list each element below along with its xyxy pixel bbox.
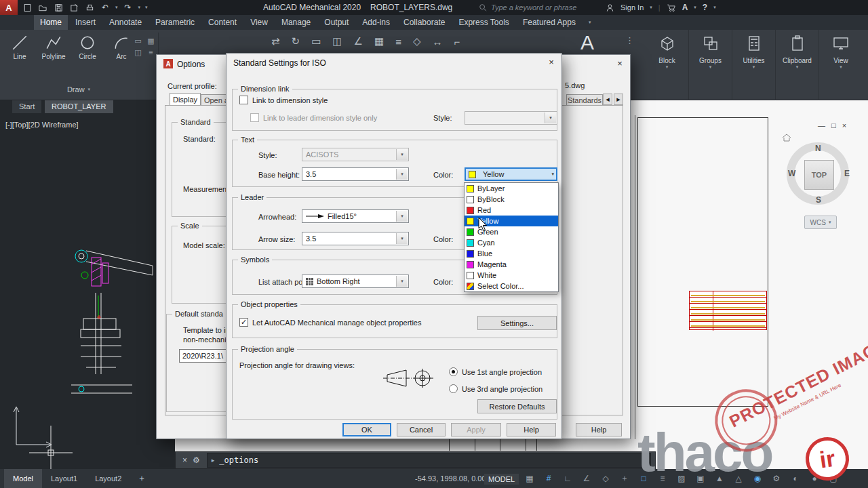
arrow-size-combo[interactable]: 3.5 ▾ bbox=[302, 232, 409, 245]
help-button[interactable]: Help bbox=[507, 423, 556, 436]
cancel-button[interactable]: Cancel bbox=[397, 423, 446, 436]
dim-style-combo[interactable]: ▾ bbox=[465, 111, 557, 125]
circle-tool-button[interactable]: Circle bbox=[72, 34, 103, 60]
block-panel[interactable]: Block ▾ bbox=[646, 30, 689, 100]
color-option-blue[interactable]: Blue bbox=[465, 248, 558, 259]
color-option-red[interactable]: Red bbox=[465, 205, 558, 216]
help-caret-icon[interactable]: ▾ bbox=[713, 5, 716, 10]
ribbon-options-caret-icon[interactable]: ▾ bbox=[589, 20, 591, 25]
stretch-icon[interactable]: ↔ bbox=[432, 36, 442, 47]
offset-icon[interactable]: ◫ bbox=[332, 35, 342, 47]
layout1-tab[interactable]: Layout1 bbox=[42, 469, 86, 488]
ribbon-tab-view[interactable]: View bbox=[244, 15, 274, 30]
groups-panel[interactable]: Groups ▾ bbox=[689, 30, 732, 100]
ribbon-tab-insert[interactable]: Insert bbox=[69, 15, 102, 30]
color-option-magenta[interactable]: Magenta bbox=[465, 259, 558, 270]
ribbon-tab-express-tools[interactable]: Express Tools bbox=[452, 15, 515, 30]
snap-mode-icon[interactable]: ▦ bbox=[524, 474, 536, 483]
utilities-panel[interactable]: Utilities ▾ bbox=[732, 30, 776, 100]
text-color-combo[interactable]: Yellow ▾ bbox=[465, 167, 557, 181]
autoscale-icon[interactable]: △ bbox=[732, 474, 745, 483]
grid-icon[interactable]: # bbox=[542, 474, 555, 483]
trim-icon[interactable]: ⌐ bbox=[454, 36, 460, 47]
ribbon-tab-collaborate[interactable]: Collaborate bbox=[397, 15, 451, 30]
annotation-monitor-icon[interactable]: ◐ bbox=[789, 474, 802, 483]
manage-object-properties-checkbox[interactable]: ✓ bbox=[239, 318, 248, 327]
layout2-tab[interactable]: Layout2 bbox=[86, 469, 130, 488]
color-option-select-color[interactable]: Select Color... bbox=[465, 281, 558, 291]
first-angle-radio[interactable] bbox=[449, 367, 458, 376]
plot-icon[interactable] bbox=[84, 2, 95, 13]
app-store-icon[interactable]: A bbox=[682, 3, 688, 12]
save-icon[interactable] bbox=[53, 2, 64, 13]
view-panel[interactable]: View ▾ bbox=[819, 30, 863, 100]
wcs-dropdown[interactable]: WCS ▾ bbox=[804, 216, 837, 229]
hatch-tool-icon[interactable]: ▦ bbox=[146, 37, 156, 45]
command-close-icon[interactable]: × bbox=[182, 455, 187, 465]
selection-cycling-icon[interactable]: ▣ bbox=[694, 474, 707, 483]
model-tab[interactable]: Model bbox=[4, 469, 42, 488]
autocad-logo[interactable]: A bbox=[0, 0, 18, 15]
app-store-caret-icon[interactable]: ▾ bbox=[694, 5, 696, 10]
panel-overflow-icon[interactable]: ⋮ bbox=[625, 35, 634, 45]
link-dimension-style-checkbox[interactable] bbox=[239, 96, 248, 104]
ribbon-tab-manage[interactable]: Manage bbox=[275, 15, 317, 30]
rectangle-tool-icon[interactable]: ▭ bbox=[133, 37, 143, 45]
ribbon-tab-featured-apps[interactable]: Featured Apps bbox=[517, 15, 582, 30]
minimize-icon[interactable]: — bbox=[818, 121, 825, 129]
layer-list-icon[interactable]: ≡ bbox=[395, 36, 401, 47]
settings-button[interactable]: Settings... bbox=[477, 316, 557, 330]
measure-icon[interactable]: ◇ bbox=[413, 35, 421, 47]
arrowhead-combo[interactable]: Filled15° ▾ bbox=[302, 209, 409, 223]
options-tab-display[interactable]: Display bbox=[170, 93, 201, 106]
isolate-objects-icon[interactable]: ● bbox=[808, 474, 821, 483]
save-as-icon[interactable] bbox=[68, 2, 79, 13]
ok-button[interactable]: OK bbox=[342, 423, 391, 436]
text-tool-button[interactable]: A bbox=[580, 31, 594, 54]
object-snap-icon[interactable]: □ bbox=[637, 474, 650, 483]
color-option-byblock[interactable]: ByBlock bbox=[465, 194, 558, 205]
viewcube-west[interactable]: W bbox=[788, 169, 795, 178]
lineweight-icon[interactable]: ≡ bbox=[656, 474, 669, 483]
sign-in-button[interactable]: Sign In bbox=[620, 3, 644, 12]
array-icon[interactable]: ▦ bbox=[374, 35, 384, 47]
color-option-bylayer[interactable]: ByLayer bbox=[465, 183, 558, 194]
viewport-controls-label[interactable]: [-][Top][2D Wireframe] bbox=[5, 121, 79, 129]
options-close-icon[interactable]: × bbox=[612, 58, 627, 70]
clipboard-panel[interactable]: Clipboard ▾ bbox=[776, 30, 819, 100]
file-tab-document[interactable]: ROBOT_LAYER bbox=[45, 100, 113, 113]
undo-caret-icon[interactable]: ▾ bbox=[115, 5, 118, 10]
ribbon-tab-parametric[interactable]: Parametric bbox=[149, 15, 201, 30]
base-height-combo[interactable]: 3.5 ▾ bbox=[302, 167, 409, 181]
rotate-icon[interactable]: ↻ bbox=[292, 35, 300, 47]
text-style-combo[interactable]: ACISOTS ▾ bbox=[302, 148, 409, 161]
region-tool-icon[interactable]: ◫ bbox=[133, 48, 143, 57]
polar-tracking-icon[interactable]: ∠ bbox=[580, 474, 593, 483]
redo-caret-icon[interactable]: ▾ bbox=[138, 5, 141, 10]
viewcube-south[interactable]: S bbox=[816, 195, 821, 205]
tab-scroll-right-icon[interactable]: ▸ bbox=[614, 94, 623, 105]
workspace-switching-icon[interactable]: ⚙ bbox=[770, 474, 783, 483]
link-leader-style-checkbox[interactable] bbox=[250, 113, 259, 122]
apply-button[interactable]: Apply bbox=[451, 423, 501, 436]
restore-icon[interactable]: □ bbox=[831, 121, 836, 129]
line-tool-button[interactable]: Line bbox=[4, 34, 35, 60]
mirror-icon[interactable]: ▭ bbox=[311, 35, 321, 47]
undo-icon[interactable]: ↶ bbox=[100, 2, 111, 13]
options-tab-standards[interactable]: Standards bbox=[566, 94, 603, 106]
color-option-cyan[interactable]: Cyan bbox=[465, 237, 558, 248]
ribbon-tab-output[interactable]: Output bbox=[318, 15, 355, 30]
std-dialog-close-icon[interactable]: × bbox=[544, 56, 559, 68]
model-space-button[interactable]: MODEL bbox=[484, 474, 519, 485]
transparency-icon[interactable]: ▨ bbox=[675, 474, 688, 483]
search-box[interactable]: Type a keyword or phrase bbox=[479, 0, 576, 15]
ribbon-tab-addins[interactable]: Add-ins bbox=[356, 15, 396, 30]
command-input[interactable]: ▸ _options bbox=[207, 453, 651, 468]
construction-line-tool-icon[interactable]: ≡ bbox=[146, 48, 156, 57]
person-icon[interactable] bbox=[606, 3, 614, 12]
file-tab-start[interactable]: Start bbox=[12, 100, 41, 113]
ribbon-tab-content[interactable]: Content bbox=[202, 15, 243, 30]
options-help-button[interactable]: Help bbox=[576, 423, 622, 436]
sign-in-caret-icon[interactable]: ▾ bbox=[650, 5, 652, 10]
annotation-visibility-icon[interactable]: ▲ bbox=[713, 474, 726, 483]
